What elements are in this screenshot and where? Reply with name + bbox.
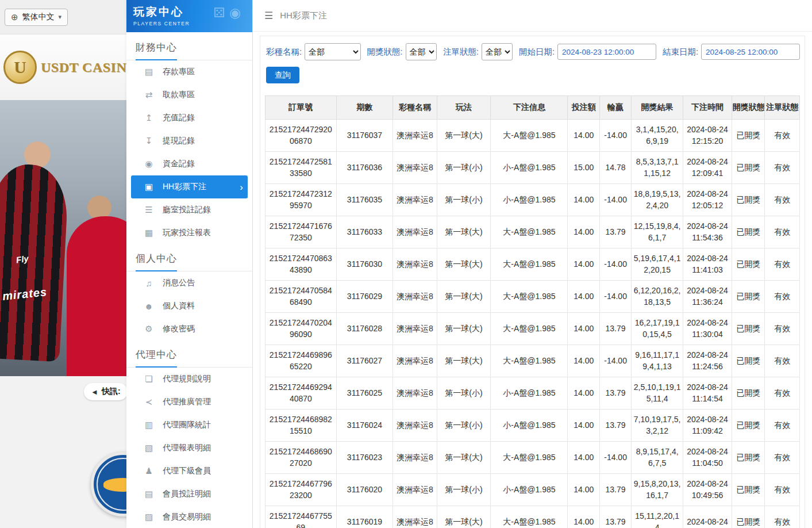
end-date-label: 結束日期: <box>663 47 698 58</box>
start-date-input[interactable] <box>557 44 656 60</box>
password-icon: ⚙ <box>144 324 154 334</box>
column-header: 輸贏 <box>600 96 632 120</box>
table-cell: 澳洲幸运8 <box>393 152 437 184</box>
column-header: 下注時間 <box>683 96 732 120</box>
table-cell: 2024-08-24 11:14:54 <box>683 377 732 410</box>
table-cell: 2024-08-24 11:09:42 <box>683 410 732 442</box>
table-cell: -14.00 <box>600 120 632 152</box>
sidebar-item-agent_members[interactable]: ♟代理下級會員 <box>131 460 248 483</box>
table-cell: 2024-08-24 12:09:41 <box>683 152 732 184</box>
language-label: 繁体中文 <box>22 12 55 22</box>
sidebar-item-member_trans[interactable]: ▨會員交易明細 <box>131 506 248 528</box>
end-date-input[interactable] <box>701 44 800 60</box>
table-cell: 第一球(小) <box>437 184 491 216</box>
language-selector[interactable]: ⊕ 繁体中文 ▾ <box>5 9 68 26</box>
table-cell: 14.00 <box>568 345 600 377</box>
sidebar-item-profile[interactable]: ☻個人資料 <box>131 294 248 317</box>
sidebar-item-label: 代理團隊統計 <box>163 420 211 430</box>
table-cell: 有效 <box>765 120 800 152</box>
table-cell: 2152172446779623200 <box>265 474 337 506</box>
draw-status-select[interactable]: 全部 <box>406 43 437 60</box>
table-cell: 澳洲幸运8 <box>393 120 437 152</box>
sidebar-item-label: 代理推廣管理 <box>163 397 211 407</box>
table-row: 215217244677556931176019澳洲幸运8第一球(大)大-A盤@… <box>265 506 800 528</box>
column-header: 開獎狀態 <box>732 96 765 120</box>
table-cell: 第一球(大) <box>437 313 491 345</box>
sidebar-item-announcement[interactable]: ♫消息公告 <box>131 271 248 294</box>
table-cell: 31176036 <box>336 152 393 184</box>
sidebar-item-label: 修改密碼 <box>163 324 195 334</box>
sidebar-item-agent_team[interactable]: ▥代理團隊統計 <box>131 414 248 437</box>
table-cell: 大-A盤@1.985 <box>491 248 568 281</box>
room_bet_record-icon: ☰ <box>144 205 154 215</box>
table-cell: 2152172446869027020 <box>265 442 337 474</box>
screen: ⊕ 繁体中文 ▾ U USDT CASINO Fly mirates ◄ 快訊: <box>0 0 812 528</box>
sidebar-item-player_report[interactable]: ▦玩家投注報表 <box>131 221 248 244</box>
column-header: 注單狀態 <box>765 96 800 120</box>
table-cell: 已開獎 <box>732 410 765 442</box>
sidebar-item-recharge_record[interactable]: ↥充值記錄 <box>131 106 248 129</box>
sidebar-item-label: 代理報表明細 <box>163 443 211 453</box>
chevron-right-icon: › <box>240 182 243 192</box>
sidebar-item-member_bets[interactable]: ▤會員投註明細 <box>131 483 248 506</box>
table-cell: 14.00 <box>568 377 600 410</box>
table-cell: 8,5,3,13,7,11,15,12 <box>632 152 683 184</box>
table-cell: 小-A盤@1.985 <box>491 152 568 184</box>
table-cell: 已開獎 <box>732 281 765 313</box>
table-cell: 已開獎 <box>732 506 765 528</box>
query-button[interactable]: 查詢 <box>266 67 299 83</box>
lottery-name-select[interactable]: 全部 <box>305 43 361 60</box>
start-date-label: 開始日期: <box>519 47 555 58</box>
sidebar-item-label: 充值記錄 <box>163 113 195 123</box>
table-cell: 31176028 <box>336 313 393 345</box>
sidebar-item-withdraw[interactable]: ⇄取款專區 <box>131 83 248 106</box>
lottery_bet-icon: ▣ <box>144 182 154 192</box>
table-cell: 9,15,8,20,13,16,1,7 <box>632 474 683 506</box>
sidebar-item-agent_promo[interactable]: ≺代理推廣管理 <box>131 391 248 414</box>
table-cell: 2152172447231295970 <box>265 184 337 216</box>
table-cell: 13.79 <box>600 506 632 528</box>
table-cell: 已開獎 <box>732 120 765 152</box>
table-row: 215217244677962320031176020澳洲幸运8第一球(小)小-… <box>265 474 800 506</box>
drawer-subtitle: PLAYERS CENTER <box>133 21 245 26</box>
table-cell: 31176024 <box>336 410 393 442</box>
hamburger-icon[interactable]: ☰ <box>264 10 273 22</box>
table-cell: 有效 <box>765 506 800 528</box>
sidebar-item-label: 存款專區 <box>163 67 195 77</box>
sidebar-section-heading: 個人中心 <box>126 244 252 271</box>
sidebar-item-deposit[interactable]: ▤存款專區 <box>131 60 248 83</box>
sidebar-item-agent_report[interactable]: ▧代理報表明細 <box>131 437 248 460</box>
table-cell: 31176019 <box>336 506 393 528</box>
sidebar-item-room_bet_record[interactable]: ☰廳室投註記錄 <box>131 198 248 221</box>
table-cell: 3,1,4,15,20,6,9,19 <box>632 120 683 152</box>
member_bets-icon: ▤ <box>144 489 154 499</box>
table-cell: 2024-08-24 11:24:56 <box>683 345 732 377</box>
table-cell: 2024-08-24 <box>683 506 732 528</box>
table-cell: 2152172446929440870 <box>265 377 337 410</box>
table-cell: 31176023 <box>336 442 393 474</box>
table-cell: 7,10,19,17,5,3,2,12 <box>632 410 683 442</box>
table-cell: 2152172447020496090 <box>265 313 337 345</box>
table-cell: 有效 <box>765 248 800 281</box>
games-decoration: ⚄◉ <box>213 5 245 21</box>
table-cell: 14.00 <box>568 506 600 528</box>
table-cell: 2152172446989665220 <box>265 345 337 377</box>
table-cell: 小-A盤@1.985 <box>491 184 568 216</box>
bet-status-select[interactable]: 全部 <box>482 43 513 60</box>
agent_promo-icon: ≺ <box>144 397 154 407</box>
table-cell: 16,2,17,19,10,15,4,5 <box>632 313 683 345</box>
table-row: 215217244729200687031176037澳洲幸运8第一球(大)大-… <box>265 120 800 152</box>
sidebar-item-funds_record[interactable]: ◉資金記錄 <box>131 152 248 175</box>
sidebar-item-agent_rules[interactable]: ❏代理規則說明 <box>131 368 248 391</box>
draw-status-label: 開獎狀態: <box>367 47 403 58</box>
sidebar-item-password[interactable]: ⚙修改密碼 <box>131 317 248 340</box>
table-cell: 第一球(大) <box>437 216 491 248</box>
sidebar-item-lottery_bet[interactable]: ▣HH彩票下注› <box>131 175 248 198</box>
table-cell: 已開獎 <box>732 184 765 216</box>
table-cell: 31176025 <box>336 377 393 410</box>
withdraw-icon: ⇄ <box>144 90 154 100</box>
sidebar-item-label: 代理下級會員 <box>163 466 211 476</box>
sidebar-item-withdrawal_record[interactable]: ↧提現記錄 <box>131 129 248 152</box>
table-cell: 小-A盤@1.985 <box>491 410 568 442</box>
table-cell: 14.00 <box>568 248 600 281</box>
